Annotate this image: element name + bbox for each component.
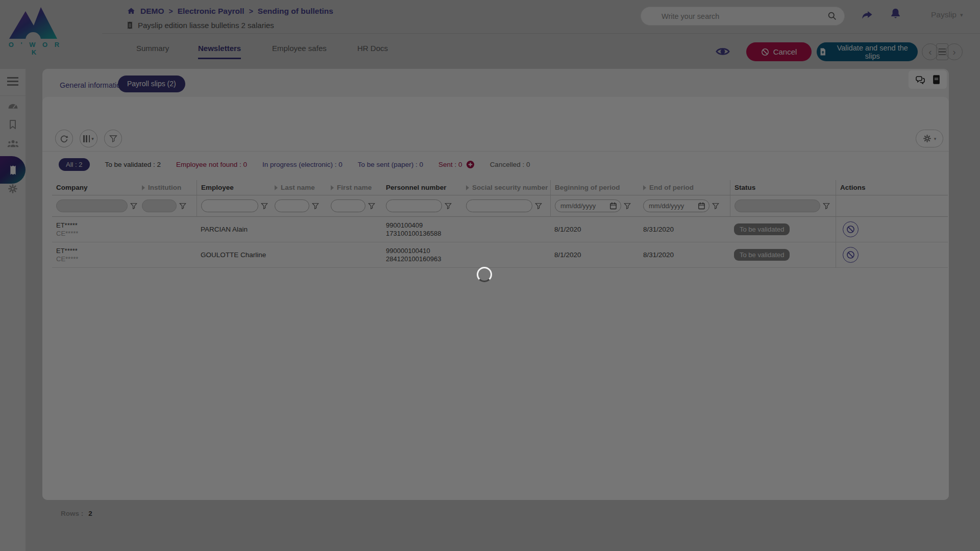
loading-spinner-icon: [477, 267, 492, 282]
app-root: O ' W O R K DEMO > Electronic Payroll > …: [0, 0, 980, 551]
